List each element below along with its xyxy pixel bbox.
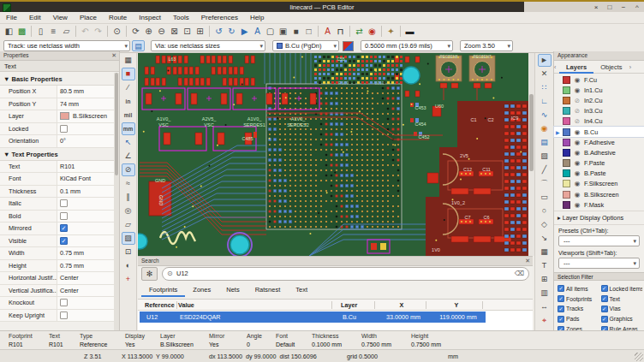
origin-tool-button[interactable]: ⌖ (538, 314, 552, 327)
hidden-eye-icon[interactable]: ⊘ (573, 117, 581, 125)
properties-scrollbar[interactable] (114, 73, 119, 330)
tab-objects[interactable]: Objects (593, 62, 629, 72)
layer-row-f-paste[interactable]: ◉F.Paste (554, 158, 644, 169)
properties-section-header[interactable]: ▼ Basic Properties (0, 73, 114, 86)
property-value[interactable]: 80.5 mm (57, 86, 114, 98)
close-icon[interactable]: ✕ (525, 258, 530, 264)
units-mils-button[interactable]: mil (122, 109, 135, 122)
layer-row-f-cu[interactable]: ◉F.Cu (554, 74, 644, 85)
filter-checkbox[interactable]: ✓ (558, 316, 564, 323)
visibility-eye-icon[interactable]: ◉ (573, 139, 581, 146)
filter-checkbox[interactable]: ✓ (601, 306, 608, 312)
add-zone-tool-button[interactable]: ▨ (538, 150, 552, 163)
run-drc-button[interactable]: ◉ (366, 25, 379, 38)
select-tool-button[interactable]: ► (538, 54, 552, 67)
add-textbox-tool-button[interactable]: ⊞ (538, 273, 552, 286)
grid-override-button[interactable]: ■ (122, 68, 135, 80)
property-value[interactable]: 0.75 mm (57, 260, 114, 272)
undo-button[interactable]: ↶ (79, 25, 92, 38)
properties-section-header[interactable]: ▼ Text Properties (0, 148, 114, 161)
add-table-tool-button[interactable]: ▥ (538, 287, 552, 300)
group-button[interactable]: ▢ (264, 25, 277, 38)
save-button[interactable]: ◧ (3, 25, 15, 38)
property-value[interactable] (57, 198, 114, 210)
add-leader-tool-button[interactable]: ↘ (538, 232, 552, 245)
add-circle-tool-button[interactable]: ○ (538, 205, 552, 217)
visibility-eye-icon[interactable]: ◉ (573, 128, 581, 136)
dim-inactive-layers-button[interactable]: ◐ (122, 259, 135, 272)
refresh-button[interactable]: ⟳ (129, 25, 142, 38)
grid-visibility-button[interactable]: ▦ (122, 54, 135, 67)
property-value[interactable] (57, 297, 114, 309)
resize-grip[interactable] (635, 353, 643, 361)
menu-route[interactable]: Route (103, 12, 133, 23)
edit-predefined-sizes-button[interactable]: ▤ (132, 40, 145, 51)
search-settings-button[interactable]: ✻ (141, 267, 158, 281)
menu-place[interactable]: Place (74, 12, 103, 23)
search-tab-nets[interactable]: Nets (218, 284, 247, 295)
property-value[interactable]: 0.75 mm (57, 247, 114, 259)
layer-display-options[interactable]: ▸ Layer Display Options (554, 211, 644, 225)
column-header-layer[interactable]: Layer (341, 301, 357, 309)
search-result-row[interactable]: U12ESD224DQARB.Cu33.0000 mm119.0000 mm (140, 312, 486, 323)
add-line-tool-button[interactable]: ╱ (538, 163, 552, 176)
visibility-eye-icon[interactable]: ◉ (573, 159, 581, 167)
menu-help[interactable]: Help (244, 12, 270, 23)
zoom-in-button[interactable]: ⊕ (142, 25, 155, 38)
local-ratsnest-tool-button[interactable]: ∷ (538, 81, 552, 94)
add-image-tool-button[interactable]: ▦ (538, 246, 552, 258)
property-value[interactable]: Center (57, 285, 114, 297)
add-via-tool-button[interactable]: ◉ (538, 122, 552, 135)
layer-row-f-mask[interactable]: ◉F.Mask (554, 199, 644, 210)
clear-search-icon[interactable]: ⌫ (515, 268, 524, 280)
pcb-canvas[interactable]: L63C55A1V0_VSCA2V5_VSCA1V0_SERDES1A1V0_S… (138, 53, 528, 256)
track-width-value-dropdown[interactable]: 0.5000 mm (19.69 mils)▾ (361, 40, 453, 51)
page-settings-button[interactable]: ▯ (34, 25, 47, 38)
redo-button[interactable]: ↷ (92, 25, 104, 38)
menu-edit[interactable]: Edit (23, 12, 47, 23)
board-setup-button[interactable]: ▩ (15, 25, 28, 38)
add-footprint-tool-button[interactable]: ▤ (538, 136, 552, 149)
highlight-net-tool-button[interactable]: ✦ (385, 25, 397, 38)
filter-checkbox[interactable]: ✓ (558, 285, 564, 292)
layer-row-b-silkscreen[interactable]: ◉B.Silkscreen (554, 189, 644, 199)
menu-tools[interactable]: Tools (167, 12, 195, 23)
property-value[interactable] (57, 123, 114, 135)
search-tab-footprints[interactable]: Footprints (141, 284, 185, 297)
measure-scale-button[interactable]: ∕ (122, 81, 135, 94)
property-value[interactable]: KiCad Font (57, 173, 114, 185)
property-value[interactable]: ✓ (57, 223, 114, 234)
property-checkbox[interactable] (60, 125, 68, 133)
text-visibility-button[interactable]: A (321, 25, 334, 38)
units-inches-button[interactable]: in (122, 95, 135, 108)
track-width-dropdown[interactable]: Track: use netclass width▾ (3, 40, 130, 51)
zoom-dropdown[interactable]: Zoom 3.50▾ (460, 40, 513, 51)
unlock-button[interactable]: □ (302, 25, 315, 38)
filter-checkbox[interactable]: ✓ (601, 285, 608, 292)
layer-row-b-adhesive[interactable]: ◉B.Adhesive (554, 147, 644, 157)
column-header-reference[interactable]: Reference (145, 301, 175, 309)
scripting-console-button[interactable]: ▬ (403, 25, 416, 38)
lock-button[interactable]: ■ (289, 25, 302, 38)
property-checkbox[interactable]: ✓ (60, 237, 68, 245)
via-display-mode-button[interactable]: ◎ (122, 205, 135, 217)
print-button[interactable]: ≡ (47, 25, 60, 38)
zone-display-mode-button[interactable]: ▨ (122, 232, 135, 245)
property-value[interactable]: 0.1 mm (57, 186, 114, 198)
polar-coordinates-button[interactable]: ∠ (122, 150, 135, 163)
property-checkbox[interactable]: ✓ (60, 224, 68, 232)
property-value[interactable] (57, 310, 114, 322)
presets-dropdown[interactable]: ---▾ (558, 235, 640, 246)
layer-pair-indicator[interactable] (343, 41, 354, 51)
cross-probe-button[interactable]: + (122, 273, 135, 286)
property-checkbox[interactable] (60, 312, 68, 319)
track-display-mode-button[interactable]: ∥ (122, 191, 135, 204)
via-display-button[interactable]: ⊓ (334, 25, 347, 38)
plot-button[interactable]: ▱ (60, 25, 73, 38)
visibility-eye-icon[interactable]: ◉ (573, 149, 581, 157)
zoom-out-button[interactable]: ⊖ (155, 25, 168, 38)
filter-checkbox[interactable]: ✓ (558, 295, 564, 302)
tab-scroll-right-icon[interactable]: › (629, 64, 635, 70)
property-value[interactable]: ✓ (57, 235, 114, 247)
layer-row-b-paste[interactable]: ◉B.Paste (554, 169, 644, 179)
